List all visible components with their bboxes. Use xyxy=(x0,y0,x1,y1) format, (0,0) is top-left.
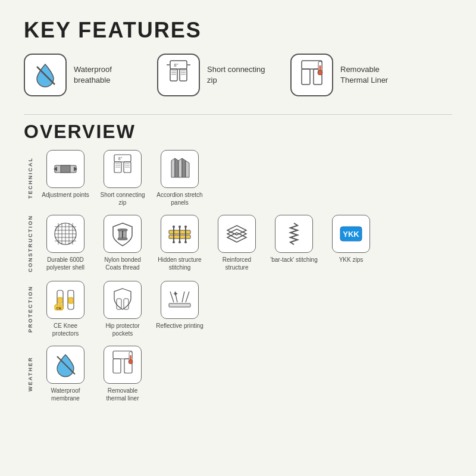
construction-row: CONSTRUCTION xyxy=(24,215,452,273)
zip-icon-box: 8" xyxy=(157,54,200,96)
key-features-title: KEY FEATURES xyxy=(24,18,452,43)
layers-label: Reinforced structure xyxy=(213,256,261,271)
feature-waterproof: Waterproof breathable xyxy=(24,54,133,96)
icon-mesh: Durable 600D polyester shell xyxy=(42,215,89,271)
svg-point-54 xyxy=(178,226,181,228)
construction-label: CONSTRUCTION xyxy=(24,215,37,273)
construction-icons: Durable 600D polyester shell Nylon bonde… xyxy=(42,215,375,273)
water-membrane-label: Waterproof membrane xyxy=(42,387,89,402)
zip-sm-label: Short connecting zip xyxy=(99,191,146,206)
water-membrane-box xyxy=(46,346,84,384)
svg-line-76 xyxy=(186,292,189,302)
overview-section: TECHNICAL Adjustment points xyxy=(24,150,452,411)
svg-text:CE: CE xyxy=(57,306,61,310)
icon-knee: CE CE Knee protectors xyxy=(42,281,89,337)
svg-marker-61 xyxy=(227,233,246,242)
ykk-box: YKK xyxy=(332,215,370,253)
svg-rect-72 xyxy=(169,303,190,307)
key-features-row: Waterproof breathable 8" xyxy=(24,54,452,96)
svg-text:8": 8" xyxy=(118,156,123,161)
zip-sm-box: 8" xyxy=(104,150,142,188)
waterproof-icon-box xyxy=(24,54,67,96)
icon-thread: Nylon bonded Coats thread xyxy=(99,215,146,271)
svg-rect-67 xyxy=(68,298,73,303)
feature-thermal: Removable Thermal Liner xyxy=(290,54,400,96)
waterproof-label: Waterproof breathable xyxy=(74,64,133,86)
layers-box xyxy=(218,215,256,253)
spring-label: 'bar-tack' stitching xyxy=(270,256,317,264)
icon-layers: Reinforced structure xyxy=(213,215,261,271)
svg-point-56 xyxy=(173,241,175,243)
svg-point-58 xyxy=(184,241,187,243)
svg-text:8": 8" xyxy=(174,62,178,68)
mesh-box xyxy=(46,215,84,253)
svg-rect-66 xyxy=(58,298,62,303)
svg-rect-20 xyxy=(61,165,70,173)
protection-label: PROTECTION xyxy=(24,281,37,337)
svg-point-53 xyxy=(173,226,175,228)
mesh-label: Durable 600D polyester shell xyxy=(42,256,89,271)
weather-icons: Waterproof membrane Removable thermal li… xyxy=(42,346,146,402)
icon-reflective: ✦ Reflective printing xyxy=(156,281,203,330)
svg-text:YKK: YKK xyxy=(343,230,359,239)
knee-box: CE xyxy=(46,281,84,319)
svg-point-18 xyxy=(318,70,322,75)
icon-zip-sm: 8" Short connecting zip xyxy=(99,150,146,206)
svg-rect-1 xyxy=(170,61,187,69)
thread-label: Nylon bonded Coats thread xyxy=(99,256,146,271)
svg-point-84 xyxy=(129,359,133,364)
accordion-label: Accordion stretch panels xyxy=(156,191,203,206)
svg-rect-23 xyxy=(114,155,131,162)
icon-adjustment: Adjustment points xyxy=(42,150,89,199)
svg-marker-60 xyxy=(227,226,246,235)
svg-rect-14 xyxy=(302,69,310,84)
thermal-label: Removable Thermal Liner xyxy=(340,64,400,86)
stitching-box xyxy=(161,215,199,253)
reflective-label: Reflective printing xyxy=(156,322,203,330)
svg-marker-59 xyxy=(227,229,246,239)
protection-row: PROTECTION CE CE Knee p xyxy=(24,281,452,337)
feature-zip: 8" Short connecting zip xyxy=(157,54,267,96)
zip-label: Short connecting zip xyxy=(207,64,267,86)
svg-point-57 xyxy=(178,241,181,243)
adjustment-box xyxy=(46,150,84,188)
weather-label: WEATHER xyxy=(24,346,37,402)
reflective-box: ✦ xyxy=(161,281,199,319)
icon-water-membrane: Waterproof membrane xyxy=(42,346,89,402)
thermal-sm-label: Removable thermal liner xyxy=(99,387,146,402)
thermal-sm-box xyxy=(104,346,142,384)
icon-hip: Hip protector pockets xyxy=(99,281,146,337)
hip-box xyxy=(104,281,142,319)
svg-line-75 xyxy=(182,292,184,302)
icon-spring: 'bar-tack' stitching xyxy=(270,215,318,264)
icon-stitching: Hidden structure stitching xyxy=(156,215,203,271)
weather-row: WEATHER Waterproof membrane xyxy=(24,346,452,402)
thread-box xyxy=(104,215,142,253)
technical-icons: Adjustment points 8" xyxy=(42,150,203,206)
overview-title: OVERVIEW xyxy=(24,121,452,143)
accordion-box xyxy=(161,150,199,188)
svg-text:✦: ✦ xyxy=(173,290,178,298)
icon-ykk: YKK YKK zips xyxy=(327,215,375,264)
hip-label: Hip protector pockets xyxy=(99,322,146,337)
ykk-label: YKK zips xyxy=(339,256,364,264)
thermal-icon-box xyxy=(290,54,333,96)
spring-box xyxy=(275,215,313,253)
svg-rect-45 xyxy=(118,229,127,231)
svg-point-55 xyxy=(184,226,187,228)
stitching-label: Hidden structure stitching xyxy=(156,256,203,271)
knee-label: CE Knee protectors xyxy=(42,322,89,337)
icon-thermal-sm: Removable thermal liner xyxy=(99,346,146,402)
svg-rect-80 xyxy=(113,359,121,373)
technical-label: TECHNICAL xyxy=(24,150,37,206)
technical-row: TECHNICAL Adjustment points xyxy=(24,150,452,206)
svg-rect-46 xyxy=(118,238,127,240)
icon-accordion: Accordion stretch panels xyxy=(156,150,203,206)
adjustment-label: Adjustment points xyxy=(42,191,89,199)
protection-icons: CE CE Knee protectors Hip protector pock… xyxy=(42,281,203,337)
